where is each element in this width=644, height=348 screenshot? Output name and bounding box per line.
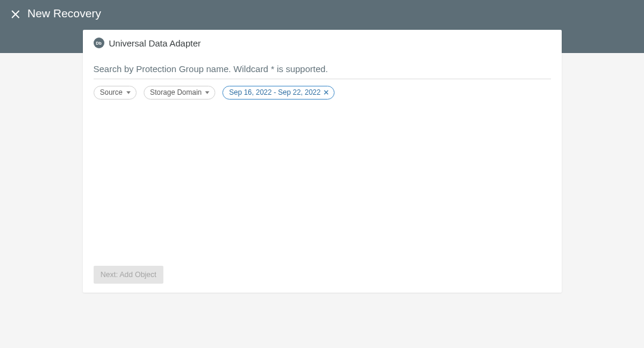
- filter-date-range[interactable]: Sep 16, 2022 - Sep 22, 2022: [222, 86, 334, 100]
- card-title: Universal Data Adapter: [109, 38, 201, 48]
- filter-source[interactable]: Source: [94, 86, 137, 100]
- db-badge-icon: Db: [94, 38, 104, 48]
- page-title: New Recovery: [27, 6, 101, 20]
- search-row: [94, 64, 551, 79]
- next-add-object-button[interactable]: Next: Add Object: [94, 266, 164, 284]
- chevron-down-icon: [126, 91, 131, 94]
- recovery-card: Db Universal Data Adapter Source Storage…: [83, 30, 562, 293]
- content-spacer: [94, 100, 551, 266]
- close-icon[interactable]: [7, 6, 24, 23]
- filter-source-label: Source: [100, 88, 123, 97]
- close-icon[interactable]: [324, 90, 329, 95]
- filter-storage-domain-label: Storage Domain: [150, 88, 202, 97]
- filter-chips-row: Source Storage Domain Sep 16, 2022 - Sep…: [94, 86, 551, 100]
- filter-date-range-label: Sep 16, 2022 - Sep 22, 2022: [229, 88, 320, 97]
- search-input[interactable]: [94, 64, 551, 74]
- card-header: Db Universal Data Adapter: [94, 38, 551, 48]
- filter-storage-domain[interactable]: Storage Domain: [144, 86, 216, 100]
- chevron-down-icon: [205, 91, 209, 94]
